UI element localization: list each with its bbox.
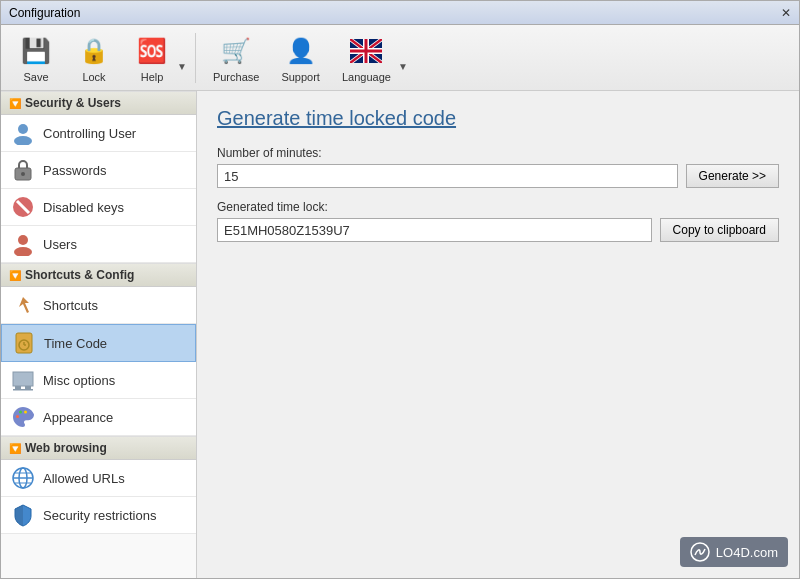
save-label: Save [23, 71, 48, 83]
close-button[interactable]: ✕ [781, 6, 791, 20]
support-label: Support [281, 71, 320, 83]
watermark-icon [690, 542, 710, 562]
allowed-urls-icon [11, 466, 35, 490]
generated-label: Generated time lock: [217, 200, 779, 214]
sidebar-item-security-restrictions[interactable]: Security restrictions [1, 497, 196, 534]
lock-label: Lock [82, 71, 105, 83]
sidebar-item-controlling-user[interactable]: Controlling User [1, 115, 196, 152]
sidebar-item-users[interactable]: Users [1, 226, 196, 263]
time-code-label: Time Code [44, 336, 107, 351]
section-label-security-users: Security & Users [25, 96, 121, 110]
main-window: Configuration ✕ 💾 Save 🔒 Lock 🆘 Help ▼ 🛒… [0, 0, 800, 579]
save-button[interactable]: 💾 Save [9, 28, 63, 88]
generated-controls: Copy to clipboard [217, 218, 779, 242]
sidebar: 🔽 Security & Users Controlling User [1, 91, 197, 578]
toolbar-separator-1 [195, 33, 196, 83]
sidebar-item-passwords[interactable]: Passwords [1, 152, 196, 189]
time-code-icon [12, 331, 36, 355]
content-area: 🔽 Security & Users Controlling User [1, 91, 799, 578]
controlling-user-icon [11, 121, 35, 145]
chevron-shortcuts-icon: 🔽 [9, 270, 21, 281]
shortcuts-icon [11, 293, 35, 317]
main-panel: Generate time locked code Number of minu… [197, 91, 799, 578]
page-title: Generate time locked code [217, 107, 779, 130]
section-label-shortcuts-config: Shortcuts & Config [25, 268, 134, 282]
users-icon [11, 232, 35, 256]
svg-rect-21 [13, 372, 33, 386]
sidebar-item-shortcuts[interactable]: Shortcuts [1, 287, 196, 324]
svg-rect-8 [365, 39, 368, 63]
passwords-label: Passwords [43, 163, 107, 178]
chevron-web-icon: 🔽 [9, 443, 21, 454]
section-label-web-browsing: Web browsing [25, 441, 107, 455]
svg-rect-24 [13, 389, 33, 391]
help-icon: 🆘 [134, 33, 170, 69]
language-label: Language [342, 71, 391, 83]
support-icon: 👤 [283, 33, 319, 69]
passwords-icon [11, 158, 35, 182]
sidebar-item-appearance[interactable]: Appearance [1, 399, 196, 436]
security-restrictions-label: Security restrictions [43, 508, 156, 523]
copy-to-clipboard-button[interactable]: Copy to clipboard [660, 218, 779, 242]
svg-point-25 [16, 415, 19, 418]
disabled-keys-icon [11, 195, 35, 219]
lock-button[interactable]: 🔒 Lock [67, 28, 121, 88]
watermark-text: LO4D.com [716, 545, 778, 560]
svg-point-9 [18, 124, 28, 134]
minutes-label: Number of minutes: [217, 146, 779, 160]
purchase-button[interactable]: 🛒 Purchase [204, 28, 268, 88]
svg-rect-22 [15, 386, 21, 389]
window-title: Configuration [9, 6, 80, 20]
toolbar: 💾 Save 🔒 Lock 🆘 Help ▼ 🛒 Purchase 👤 Supp… [1, 25, 799, 91]
generate-button[interactable]: Generate >> [686, 164, 779, 188]
security-restrictions-icon [11, 503, 35, 527]
sidebar-item-time-code[interactable]: Time Code [1, 324, 196, 362]
svg-point-26 [19, 411, 22, 414]
allowed-urls-label: Allowed URLs [43, 471, 125, 486]
svg-point-16 [14, 247, 32, 256]
sidebar-item-allowed-urls[interactable]: Allowed URLs [1, 460, 196, 497]
purchase-label: Purchase [213, 71, 259, 83]
help-button[interactable]: 🆘 Help [125, 28, 179, 88]
chevron-security-icon: 🔽 [9, 98, 21, 109]
controlling-user-label: Controlling User [43, 126, 136, 141]
language-icon [348, 33, 384, 69]
save-icon: 💾 [18, 33, 54, 69]
appearance-icon [11, 405, 35, 429]
minutes-input[interactable] [217, 164, 678, 188]
watermark: LO4D.com [680, 537, 788, 567]
misc-options-label: Misc options [43, 373, 115, 388]
svg-point-15 [18, 235, 28, 245]
misc-options-icon [11, 368, 35, 392]
svg-rect-23 [25, 386, 31, 389]
section-header-web-browsing[interactable]: 🔽 Web browsing [1, 436, 196, 460]
appearance-label: Appearance [43, 410, 113, 425]
svg-point-12 [21, 172, 25, 176]
sidebar-item-disabled-keys[interactable]: Disabled keys [1, 189, 196, 226]
purchase-icon: 🛒 [218, 33, 254, 69]
title-bar: Configuration ✕ [1, 1, 799, 25]
minutes-controls: Generate >> [217, 164, 779, 188]
section-header-shortcuts-config[interactable]: 🔽 Shortcuts & Config [1, 263, 196, 287]
svg-point-27 [24, 411, 27, 414]
sidebar-item-misc-options[interactable]: Misc options [1, 362, 196, 399]
generated-row: Generated time lock: Copy to clipboard [217, 200, 779, 242]
shortcuts-label: Shortcuts [43, 298, 98, 313]
section-header-security-users[interactable]: 🔽 Security & Users [1, 91, 196, 115]
support-button[interactable]: 👤 Support [272, 28, 329, 88]
minutes-row: Number of minutes: Generate >> [217, 146, 779, 188]
users-label: Users [43, 237, 77, 252]
language-dropdown-arrow[interactable]: ▼ [398, 61, 408, 72]
lock-icon: 🔒 [76, 33, 112, 69]
language-button[interactable]: Language [333, 28, 400, 88]
disabled-keys-label: Disabled keys [43, 200, 124, 215]
help-label: Help [141, 71, 164, 83]
generated-value-input[interactable] [217, 218, 652, 242]
help-dropdown-arrow[interactable]: ▼ [177, 61, 187, 72]
svg-point-10 [14, 136, 32, 145]
